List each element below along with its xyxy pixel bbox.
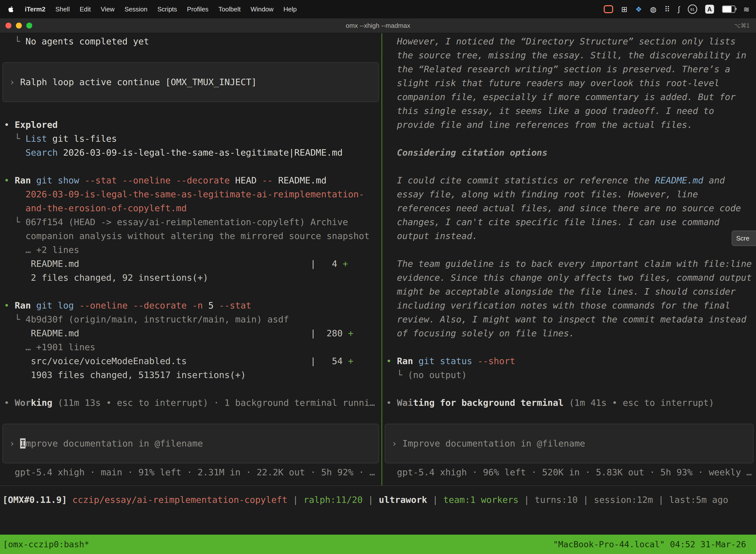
screen-recording-icon[interactable] xyxy=(604,5,613,13)
menu-item-scripts[interactable]: Scripts xyxy=(157,5,177,13)
text-segment: | xyxy=(288,495,304,505)
text-segment: ting for background terminal xyxy=(413,398,564,408)
dark-circle-icon[interactable]: ◍ xyxy=(650,5,656,14)
menu-item-shell[interactable]: Shell xyxy=(55,5,70,13)
terminal-line: └ (no output) xyxy=(382,368,756,382)
text-segment: cczip/essay/ai-reimplementation-copyleft xyxy=(72,495,288,505)
text-segment: • xyxy=(386,356,397,366)
terminal-line: review. Also, I might want to inspect th… xyxy=(382,313,756,326)
text-segment: --stat --oneline --decorate xyxy=(84,175,230,185)
text-segment: and-the-erosion-of-copyleft.md xyxy=(25,203,187,213)
terminal-line: and-the-erosion-of-copyleft.md xyxy=(0,201,381,215)
menu-item-help[interactable]: Help xyxy=(284,5,297,13)
reasoning-heading: Considering citation options xyxy=(382,146,756,160)
terminal-line: 2026-03-09-is-legal-the-same-as-legitima… xyxy=(0,187,381,201)
text-segment: references need actual files, and since … xyxy=(386,203,741,213)
terminal-line: However, I noticed the “Directory Struct… xyxy=(382,35,756,48)
text-segment: | xyxy=(363,495,379,505)
terminal-line: output instead. xyxy=(382,229,756,243)
terminal-line: 2 files changed, 92 insertions(+) xyxy=(0,271,381,285)
text-segment: Improve documentation in @filename xyxy=(402,438,585,448)
terminal-line: might be acceptable alongside the file l… xyxy=(382,285,756,298)
text-segment: └ xyxy=(4,314,25,324)
menu-status-icons: ⊞❖◍⠿∫61A≋ xyxy=(604,4,756,14)
text-segment: 2026-03-09-is-legal-the-same-as-legitima… xyxy=(58,148,343,158)
text-segment: 067f154 (HEAD -> essay/ai-reimplementati… xyxy=(25,217,348,227)
menu-item-view[interactable]: View xyxy=(101,5,115,13)
text-segment: might be acceptable alongside the file l… xyxy=(386,286,736,296)
text-segment: However, I noticed the “Directory Struct… xyxy=(386,36,736,46)
text-segment: … +1901 lines xyxy=(4,342,95,352)
text-segment: src/voice/voiceModeEnabled.ts | 54 xyxy=(4,356,348,366)
text-segment: --oneline --decorate -n xyxy=(79,300,203,311)
apple-menu-icon[interactable] xyxy=(7,5,15,13)
text-segment: Wor xyxy=(15,398,31,408)
text-segment: Ran xyxy=(15,175,31,185)
text-segment: + xyxy=(342,259,348,269)
menu-item-window[interactable]: Window xyxy=(251,5,273,13)
menu-item-toolbelt[interactable]: Toolbelt xyxy=(218,5,241,13)
battery-icon[interactable] xyxy=(722,5,736,13)
battery-gauge-icon[interactable]: 61 xyxy=(688,4,697,14)
wifi-icon[interactable]: ≋ xyxy=(743,5,750,14)
terminal-line: … +1901 lines xyxy=(0,340,381,354)
menu-item-edit[interactable]: Edit xyxy=(80,5,91,13)
text-segment: slight risk that future readers may over… xyxy=(386,78,719,88)
terminal-line: essay file, along with finding root file… xyxy=(382,187,756,201)
app-launcher-icon[interactable]: ⠿ xyxy=(665,5,670,14)
text-segment: king xyxy=(31,398,52,408)
hook-icon[interactable]: ∫ xyxy=(678,5,680,13)
text-segment xyxy=(413,356,419,366)
blank-line xyxy=(0,382,381,396)
terminal-line: I could cite commit statistics or refere… xyxy=(382,173,756,187)
screen-edge-tooltip: Scre xyxy=(732,231,756,246)
text-segment xyxy=(74,300,79,311)
window-title: omx --xhigh --madmax xyxy=(0,22,756,30)
text-segment: --stat xyxy=(219,300,251,311)
ralph-loop-banner[interactable]: › Ralph loop active continue [OMX_TMUX_I… xyxy=(2,62,379,102)
input-source-icon[interactable]: A xyxy=(705,5,714,14)
text-segment xyxy=(31,175,36,185)
terminal-line: slight risk that future readers may over… xyxy=(382,76,756,90)
terminal-line: the “Related research writing” section i… xyxy=(382,62,756,76)
window-shortcut: ⌥⌘1 xyxy=(734,22,750,29)
text-segment: • xyxy=(4,120,15,130)
menu-item-session[interactable]: Session xyxy=(125,5,147,13)
grid-icon[interactable]: ⊞ xyxy=(621,5,627,14)
text-segment: [OMX#0.11.9] xyxy=(2,495,72,505)
terminal-line: • Ran git show --stat --oneline --decora… xyxy=(0,173,381,187)
right-terminal-pane[interactable]: However, I noticed the “Directory Struct… xyxy=(382,33,756,486)
text-segment: └ xyxy=(4,36,25,46)
text-segment: git status xyxy=(419,356,472,366)
text-segment: Considering citation options xyxy=(386,148,548,158)
terminal-line: └ 067f154 (HEAD -> essay/ai-reimplementa… xyxy=(0,215,381,229)
terminal-line: companion analysis without altering the … xyxy=(0,229,381,243)
terminal-line: this single essay, it seems like a good … xyxy=(382,104,756,118)
text-segment: No agents completed yet xyxy=(25,36,149,46)
terminal-line: changes, I can't cite specific file line… xyxy=(382,215,756,229)
text-segment: the “Related research writing” section i… xyxy=(386,64,730,74)
text-segment: gpt-5.4 xhigh · 96% left · 520K in · 5.8… xyxy=(386,467,752,477)
record-shape xyxy=(604,5,613,13)
menu-item-profiles[interactable]: Profiles xyxy=(187,5,208,13)
prompt-input[interactable]: › Improve documentation in @filename xyxy=(385,424,754,463)
left-terminal-pane[interactable]: └ No agents completed yet› Ralph loop ac… xyxy=(0,33,381,486)
text-segment: changes, I can't cite specific file line… xyxy=(386,217,719,227)
text-segment: ralph:11/20 xyxy=(304,495,363,505)
text-segment: • xyxy=(386,398,397,408)
text-segment: + xyxy=(348,328,354,338)
terminal-line: 1903 files changed, 513517 insertions(+) xyxy=(0,368,381,382)
text-segment: └ xyxy=(386,370,408,380)
text-segment: evidence. Since this change only affects… xyxy=(386,273,752,283)
text-segment xyxy=(4,189,25,199)
text-segment: Wai xyxy=(397,398,413,408)
text-segment xyxy=(79,175,84,185)
terminal-panes: └ No agents completed yet› Ralph loop ac… xyxy=(0,33,756,486)
blank-line xyxy=(0,160,381,173)
menu-item-iterm2[interactable]: iTerm2 xyxy=(25,5,45,13)
prompt-input[interactable]: › Improve documentation in @filename xyxy=(2,424,379,463)
text-segment: (11m 13s • esc to interrupt) xyxy=(52,398,208,408)
blue-app-icon[interactable]: ❖ xyxy=(635,5,642,14)
text-segment: git ls-files xyxy=(47,133,117,144)
text-segment: Explored xyxy=(15,120,58,130)
